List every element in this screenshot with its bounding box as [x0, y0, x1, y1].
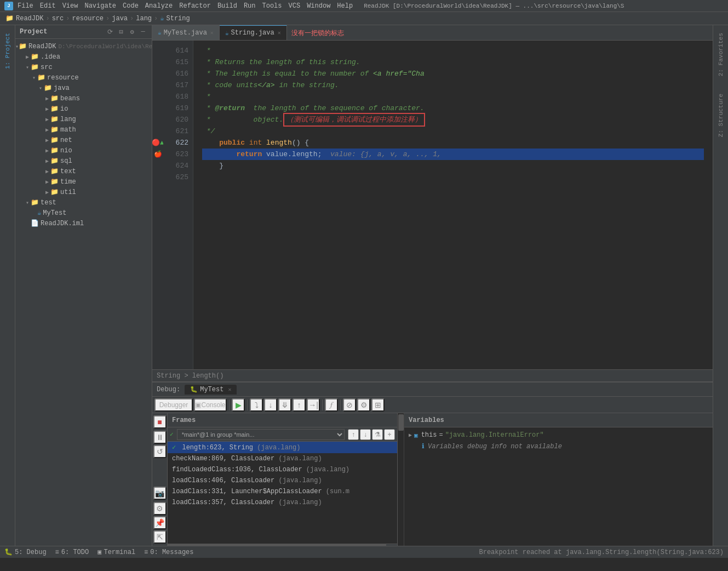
- debug-btn-debugger[interactable]: Debugger: [154, 398, 193, 412]
- debug-btn-step-into[interactable]: ↓: [264, 398, 277, 412]
- tab-string[interactable]: ☕ String.java ✕: [220, 25, 287, 40]
- frames-scrollbar[interactable]: [168, 544, 386, 546]
- frames-down-btn[interactable]: ↓: [360, 429, 371, 440]
- menu-run[interactable]: Run: [244, 2, 256, 10]
- tree-item-sql[interactable]: ▶ 📁 sql: [15, 156, 152, 166]
- debug-expand-btn[interactable]: ⇱: [153, 530, 167, 544]
- debug-tab-close[interactable]: ✕: [228, 386, 231, 393]
- tree-item-time[interactable]: ▶ 📁 time: [15, 176, 152, 187]
- debug-btn-force-step[interactable]: ⤋: [278, 398, 291, 412]
- project-settings-icon[interactable]: ⚙: [128, 27, 136, 36]
- tab-string-close[interactable]: ✕: [278, 30, 281, 36]
- debug-btn-mute[interactable]: ⊘: [343, 398, 356, 412]
- menu-window[interactable]: Window: [307, 2, 330, 10]
- tree-item-io[interactable]: ▶ 📁 io: [15, 104, 152, 114]
- debug-btn-step-out[interactable]: ↑: [293, 398, 306, 412]
- var-item-this[interactable]: ▶ ▣ this = "java.lang.InternalError": [404, 430, 713, 441]
- debug-gear-btn[interactable]: ⚙: [153, 502, 167, 515]
- breadcrumb-lang[interactable]: lang: [136, 15, 152, 22]
- debug-camera-btn[interactable]: 📷: [153, 487, 167, 500]
- debug-btn-step-over[interactable]: ⤵: [250, 398, 263, 412]
- frame-item-0[interactable]: ✓ length:623, String (java.lang): [168, 442, 397, 453]
- project-minimize-icon[interactable]: ─: [139, 27, 147, 36]
- tree-arrow-idea: ▶: [24, 54, 31, 60]
- menu-refactor[interactable]: Refactor: [179, 2, 211, 10]
- thread-selector[interactable]: *main*@1 in group *main...: [177, 429, 345, 440]
- menu-build[interactable]: Build: [217, 2, 237, 10]
- debug-btn-settings[interactable]: ⚙: [357, 398, 370, 412]
- tree-item-sql-name: sql: [60, 157, 72, 165]
- menu-navigate[interactable]: Navigate: [84, 2, 116, 10]
- sidebar-tab-project[interactable]: 1: Project: [3, 30, 12, 72]
- project-sync-icon[interactable]: ⟳: [106, 27, 114, 36]
- tree-item-src[interactable]: ▾ 📁 src: [15, 62, 152, 72]
- folder-icon-src: 📁: [31, 63, 39, 71]
- frames-scroll-thumb[interactable]: [398, 414, 404, 431]
- code-area[interactable]: * * Returns the length of this string. *…: [193, 41, 713, 369]
- tree-item-idea[interactable]: ▶ 📁 .idea: [15, 52, 152, 62]
- menu-bar[interactable]: File Edit View Navigate Code Analyze Ref…: [18, 2, 353, 10]
- tab-mytest[interactable]: ☕ MyTest.java ✕: [152, 25, 220, 40]
- breadcrumb-readjdk[interactable]: ReadJDK: [16, 15, 43, 22]
- tree-item-util[interactable]: ▶ 📁 util: [15, 187, 152, 197]
- var-expand-icon[interactable]: ▶: [409, 432, 412, 438]
- tree-item-net[interactable]: ▶ 📁 net: [15, 135, 152, 145]
- tree-item-text[interactable]: ▶ 📁 text: [15, 166, 152, 176]
- tree-item-java[interactable]: ▾ 📁 java: [15, 83, 152, 93]
- breadcrumb-java[interactable]: java: [112, 15, 128, 22]
- thread-dropdown[interactable]: *main*@1 in group *main...: [177, 429, 345, 440]
- debug-btn-resume[interactable]: ▶: [232, 398, 245, 412]
- frame-item-5[interactable]: loadClass:357, ClassLoader (java.lang): [168, 497, 397, 508]
- breadcrumb-string[interactable]: String: [167, 15, 190, 22]
- debug-stop-btn[interactable]: ■: [153, 415, 167, 429]
- menu-code[interactable]: Code: [123, 2, 139, 10]
- project-title: ReadJDK [D:\ProceduralWorld\idea\ReadJDK…: [364, 3, 624, 9]
- tree-item-mytest[interactable]: ☕ MyTest: [15, 208, 152, 218]
- tree-item-beans[interactable]: ▶ 📁 beans: [15, 93, 152, 104]
- frame-item-1[interactable]: checkName:869, ClassLoader (java.lang): [168, 453, 397, 464]
- folder-icon-net: 📁: [50, 136, 59, 144]
- frame-item-3[interactable]: loadClass:406, ClassLoader (java.lang): [168, 475, 397, 486]
- debug-panel: Debug: 🐛 MyTest ✕ Debugger ▣ Console ▶ ⤵…: [152, 381, 713, 546]
- tree-item-readjdk-iml[interactable]: 📄 ReadJDK.iml: [15, 218, 152, 229]
- menu-vcs[interactable]: VCS: [289, 2, 301, 10]
- menu-tools[interactable]: Tools: [262, 2, 282, 10]
- frame-location-1: (java.lang): [278, 455, 322, 462]
- menu-edit[interactable]: Edit: [40, 2, 56, 10]
- tree-item-test[interactable]: ▾ 📁 test: [15, 197, 152, 208]
- tree-item-readjdk[interactable]: ▾ 📁 ReadJDK D:\ProceduralWorld\idea\Read…: [15, 41, 152, 52]
- sidebar-tab-favorites[interactable]: 2: Favorites: [716, 30, 725, 79]
- debug-pin-btn[interactable]: 📌: [153, 516, 167, 529]
- tree-item-resource[interactable]: ▾ 📁 resource: [15, 72, 152, 83]
- debug-restart-btn[interactable]: ↺: [153, 445, 167, 458]
- frame-item-4[interactable]: loadClass:331, Launcher$AppClassLoader (…: [168, 486, 397, 497]
- menu-help[interactable]: Help: [337, 2, 353, 10]
- breadcrumb-resource[interactable]: resource: [72, 15, 104, 22]
- tab-mytest-close[interactable]: ✕: [210, 30, 214, 36]
- frames-up-btn[interactable]: ↑: [348, 429, 359, 440]
- status-tab-todo[interactable]: ≡ 6: TODO: [55, 549, 89, 556]
- debug-btn-run-cursor[interactable]: →|: [307, 398, 320, 412]
- debug-tab-mytest[interactable]: 🐛 MyTest ✕: [185, 385, 237, 395]
- menu-file[interactable]: File: [18, 2, 33, 10]
- sidebar-tab-structure[interactable]: Z: Structure: [716, 90, 725, 140]
- menu-analyze[interactable]: Analyze: [145, 2, 173, 10]
- status-tab-messages[interactable]: ≡ 0: Messages: [144, 549, 193, 556]
- menu-view[interactable]: View: [62, 2, 78, 10]
- debug-btn-layout[interactable]: ⊞: [371, 398, 385, 412]
- tree-item-lang[interactable]: ▶ 📁 lang: [15, 114, 152, 124]
- tree-item-nio[interactable]: ▶ 📁 nio: [15, 145, 152, 156]
- status-tab-debug[interactable]: 🐛 5: Debug: [4, 548, 47, 556]
- debug-btn-console[interactable]: ▣ Console: [194, 398, 227, 412]
- frame-item-2[interactable]: findLoadedClass:1036, ClassLoader (java.…: [168, 464, 397, 475]
- tree-item-math[interactable]: ▶ 📁 math: [15, 124, 152, 135]
- toolbar-separator-2: [247, 399, 248, 410]
- frames-filter-btn[interactable]: ⚗: [372, 429, 383, 440]
- status-tab-terminal[interactable]: ▣ Terminal: [98, 548, 135, 556]
- debug-btn-evaluate[interactable]: 𝑓: [325, 398, 338, 412]
- breadcrumb-src[interactable]: src: [52, 15, 64, 22]
- code-line-623: return value.length; value: {j, a, v, a,…: [202, 149, 704, 160]
- project-collapse-icon[interactable]: ⊟: [117, 27, 125, 36]
- debug-pause-btn[interactable]: ⏸: [153, 431, 167, 444]
- frames-add-btn[interactable]: +: [384, 429, 395, 440]
